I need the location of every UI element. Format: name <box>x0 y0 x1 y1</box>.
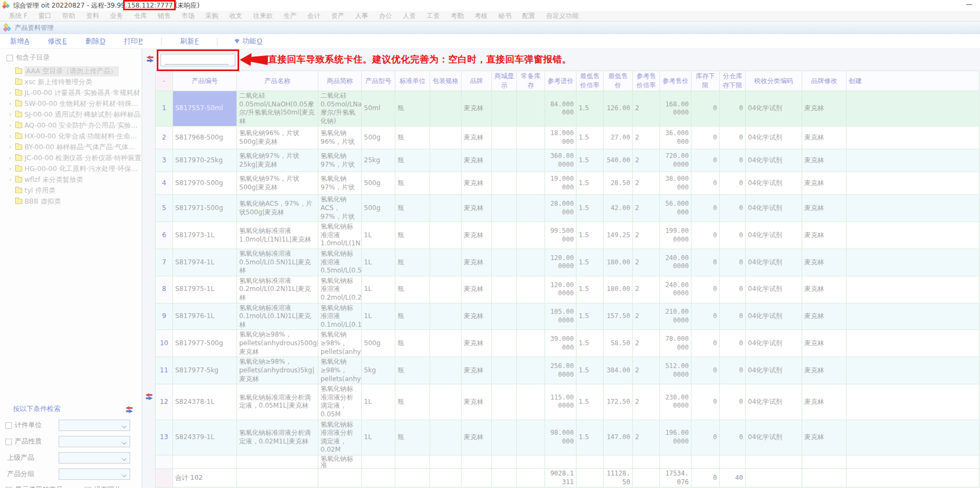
cell[interactable]: 麦克林 <box>802 276 847 303</box>
expand-icon[interactable]: › <box>8 122 13 129</box>
row-number-cell[interactable]: 9 <box>156 303 173 330</box>
cell[interactable]: 0 <box>720 195 746 222</box>
tree-item[interactable]: tyl 停用类 <box>8 185 142 196</box>
cell[interactable]: 04化学试剂 <box>746 249 802 276</box>
cell[interactable]: 氢氧化钠96%，片状500g|麦克林 <box>237 126 318 149</box>
cell[interactable]: 168.000000 <box>660 91 691 126</box>
menu-item[interactable]: 往来款 <box>248 11 278 21</box>
cell[interactable]: 04化学试剂 <box>746 420 802 455</box>
cell[interactable]: 25kg <box>362 149 395 172</box>
cell[interactable]: 0 <box>691 357 720 384</box>
cell[interactable] <box>517 172 545 195</box>
expand-icon[interactable]: › <box>8 111 13 118</box>
cell[interactable]: 麦克林 <box>462 126 492 149</box>
cell[interactable] <box>847 126 979 149</box>
row-number-cell[interactable]: 5 <box>156 195 173 222</box>
cell[interactable]: 麦克林 <box>802 303 847 330</box>
filter-dropdown[interactable] <box>59 468 130 480</box>
cell[interactable]: 0 <box>720 384 746 420</box>
cell[interactable] <box>517 91 545 126</box>
tree-item[interactable]: xsc 新上传待整理分类 <box>8 77 142 87</box>
cell[interactable]: 麦克林 <box>802 149 847 172</box>
cell[interactable]: 0 <box>691 172 720 195</box>
checkbox-icon[interactable] <box>7 55 13 61</box>
cell[interactable]: 38.000000 <box>660 172 691 195</box>
cell[interactable]: 1.5 <box>577 303 604 330</box>
cell[interactable] <box>847 330 979 357</box>
cell[interactable]: 0 <box>720 276 746 303</box>
column-header[interactable]: 品牌修改 <box>802 71 847 91</box>
cell[interactable]: 氢氧化钠标准溶液0.1mol/L(0.1N) <box>318 303 362 330</box>
cell[interactable]: S817968-500g <box>173 126 237 149</box>
column-header[interactable]: 分仓库存下限 <box>720 71 746 91</box>
menu-item[interactable]: 收支 <box>224 11 248 21</box>
cell[interactable]: 36.000000 <box>660 126 691 149</box>
row-number-cell[interactable]: 13 <box>156 420 173 455</box>
table-row[interactable]: 11S817977-5kg氢氧化钠≥98%，pellets(anhydrous)… <box>156 357 979 384</box>
menu-item[interactable]: 配置 <box>517 11 541 21</box>
cell[interactable]: 2 <box>633 249 660 276</box>
cell[interactable]: 0 <box>691 222 720 249</box>
cell[interactable]: 56.000000 <box>660 195 691 222</box>
cell[interactable]: 麦克林 <box>462 420 492 455</box>
cell[interactable]: 氢氧化钠≥98%，pellets(anhydrous) <box>318 357 362 384</box>
column-header[interactable]: 品牌 <box>462 71 492 91</box>
cell[interactable]: 126.00 <box>604 91 633 126</box>
cell[interactable] <box>847 420 979 455</box>
row-number-cell[interactable]: 11 <box>156 357 173 384</box>
menu-item[interactable]: 工资 <box>421 11 445 21</box>
cell[interactable]: 0 <box>720 149 746 172</box>
menu-item[interactable]: 销售 <box>152 11 176 21</box>
tree-item[interactable]: ›AQ-00-00 安全防护·办公用品·实验设备 <box>8 120 142 131</box>
product-table[interactable]: -产品编号产品名称商品简称产品型号标准单位包装规格品牌商城显示常备库存参考进价最… <box>155 71 979 487</box>
cell[interactable]: 500g <box>362 126 395 149</box>
cell[interactable]: 0 <box>720 222 746 249</box>
column-header[interactable]: 税收分类编码 <box>746 71 802 91</box>
cell[interactable] <box>517 195 545 222</box>
cell[interactable]: 360.000000 <box>545 149 577 172</box>
cell[interactable]: 麦克林 <box>462 384 492 420</box>
table-row[interactable]: 5S817971-500g氢氧化钠ACS，97%，片状500g|麦克林氢氧化钠A… <box>156 195 979 222</box>
cell[interactable] <box>847 222 979 249</box>
menu-item[interactable]: 考勤 <box>445 11 469 21</box>
cell[interactable]: 氢氧化钠≥98%，pellets(anhydrous) <box>318 330 362 357</box>
cell[interactable]: 氢氧化钠标准溶液1.0mol/L(1N)1L|麦克林 <box>237 222 318 249</box>
menu-item[interactable]: 业务 <box>105 11 129 21</box>
column-header[interactable]: 创建 <box>847 71 979 91</box>
column-header[interactable]: 产品型号 <box>362 71 395 91</box>
toolbar-button-e[interactable]: 修改E <box>48 36 67 46</box>
cell[interactable]: 氢氧化钠97%，片状500g|麦克林 <box>237 172 318 195</box>
column-header[interactable]: - <box>156 71 173 91</box>
filter-dropdown[interactable] <box>59 420 130 431</box>
cell[interactable]: 1.5 <box>577 384 604 420</box>
toolbar-button-f[interactable]: 刷新F <box>180 36 198 46</box>
cell[interactable]: 氢氧化钠标准溶液0.2mol/L(0.2N)1L|麦克林 <box>237 276 318 303</box>
table-row[interactable]: 9S817976-1L氢氧化钠标准溶液0.1mol/L(0.1N)1L|麦克林氢… <box>156 303 979 330</box>
cell[interactable]: S824378-1L <box>173 384 237 420</box>
table-row[interactable]: 7S817974-1L氢氧化钠标准溶液0.5mol/L(0.5N)1L|麦克林氢… <box>156 249 979 276</box>
cell[interactable]: 2 <box>633 357 660 384</box>
cell[interactable]: 240.000000 <box>660 249 691 276</box>
row-number-cell[interactable]: 3 <box>156 149 173 172</box>
cell[interactable]: 2 <box>633 126 660 149</box>
cell[interactable]: 04化学试剂 <box>746 91 802 126</box>
cell[interactable]: 瓶 <box>395 420 430 455</box>
cell[interactable]: 2 <box>633 276 660 303</box>
cell[interactable] <box>517 126 545 149</box>
cell[interactable] <box>430 357 462 384</box>
cell[interactable]: 5kg <box>362 357 395 384</box>
cell[interactable]: 二氧化硅0.05mol/LNaOH(0.05摩尔/升氢氧化钠)50ml|麦克林 <box>237 91 318 126</box>
expand-icon[interactable]: › <box>8 132 13 140</box>
cell[interactable]: S817557-50ml <box>173 91 237 126</box>
cell[interactable] <box>492 126 517 149</box>
cell[interactable]: S817974-1L <box>173 249 237 276</box>
cell[interactable] <box>430 172 462 195</box>
cell[interactable]: 0 <box>691 195 720 222</box>
cell[interactable]: 04化学试剂 <box>746 195 802 222</box>
row-number-cell[interactable]: 8 <box>156 276 173 303</box>
cell[interactable] <box>847 357 979 384</box>
cell[interactable]: 瓶 <box>395 249 430 276</box>
table-row[interactable]: 6S817973-1L氢氧化钠标准溶液1.0mol/L(1N)1L|麦克林氢氧化… <box>156 222 979 249</box>
cell[interactable]: 1.5 <box>577 276 604 303</box>
cell[interactable]: 39.000000 <box>545 330 577 357</box>
